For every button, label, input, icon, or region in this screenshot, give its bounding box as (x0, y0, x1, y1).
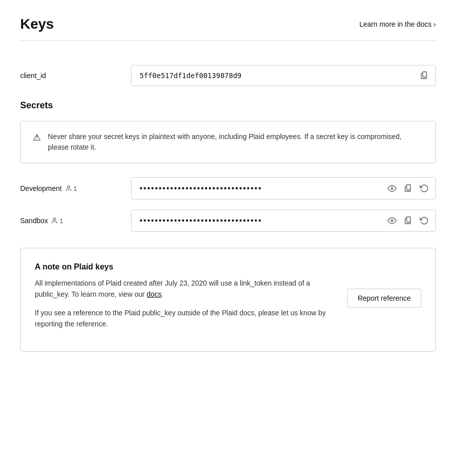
sandbox-copy-button[interactable] (403, 215, 414, 226)
page-title: Keys (20, 16, 54, 32)
sandbox-icons (386, 215, 430, 226)
note-side: Report reference (347, 262, 421, 308)
secrets-section: Secrets ⚠ Never share your secret keys i… (20, 100, 436, 232)
svg-point-3 (391, 220, 394, 222)
note-text2: If you see a reference to the Plaid publ… (35, 307, 331, 330)
sandbox-rotate-button[interactable] (419, 215, 430, 226)
note-box: A note on Plaid keys All implementations… (20, 248, 436, 352)
development-label: Development 1 (20, 184, 131, 192)
warning-box: ⚠ Never share your secret keys in plaint… (20, 121, 436, 163)
svg-point-1 (391, 187, 394, 190)
client-id-icons (419, 70, 430, 81)
copy-icon (420, 71, 429, 80)
sandbox-secret-row: Sandbox 1 (20, 210, 436, 232)
development-icons (386, 183, 430, 194)
rotate-icon (420, 216, 429, 225)
rotate-icon (420, 184, 429, 193)
warning-icon: ⚠ (33, 132, 41, 143)
secrets-title: Secrets (20, 100, 436, 111)
client-id-input[interactable] (131, 65, 436, 86)
page-header: Keys Learn more in the docs › (20, 16, 436, 41)
user-icon (65, 185, 72, 192)
eye-icon (387, 216, 397, 225)
copy-icon (404, 184, 413, 193)
development-secret-row: Development 1 (20, 177, 436, 199)
user-icon (51, 217, 58, 224)
warning-text: Never share your secret keys in plaintex… (48, 131, 423, 153)
client-id-row: client_id (20, 65, 436, 86)
client-id-label: client_id (20, 72, 131, 80)
client-id-copy-button[interactable] (419, 70, 430, 81)
docs-link[interactable]: Learn more in the docs › (359, 20, 436, 28)
development-copy-button[interactable] (403, 183, 414, 194)
development-input-wrapper (131, 177, 436, 199)
development-view-button[interactable] (386, 183, 398, 194)
svg-point-2 (53, 218, 56, 221)
docs-note-link[interactable]: docs (147, 290, 162, 298)
note-title: A note on Plaid keys (35, 262, 331, 271)
sandbox-user-count: 1 (51, 217, 63, 225)
svg-point-0 (67, 186, 70, 188)
report-reference-button[interactable]: Report reference (347, 289, 421, 308)
note-text1: All implementations of Plaid created aft… (35, 278, 331, 300)
eye-icon (387, 184, 397, 193)
client-id-input-wrapper (131, 65, 436, 86)
sandbox-input-wrapper (131, 210, 436, 232)
note-content: A note on Plaid keys All implementations… (35, 262, 331, 337)
sandbox-view-button[interactable] (386, 215, 398, 226)
development-rotate-button[interactable] (419, 183, 430, 194)
copy-icon (404, 216, 413, 225)
sandbox-label: Sandbox 1 (20, 217, 131, 225)
development-user-count: 1 (65, 185, 77, 192)
